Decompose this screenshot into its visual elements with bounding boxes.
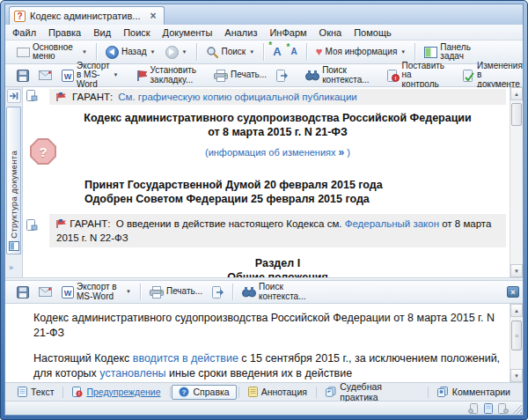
arrow-to-bar-icon [10,92,18,100]
menu-windows[interactable]: Окна [319,27,342,38]
tab-comments[interactable]: Комментарии [430,385,517,400]
menu-view[interactable]: Вид [93,27,111,38]
chevron-down-icon: ▼ [126,289,131,294]
chevron-down-icon: ▼ [150,49,156,55]
envelope-icon [39,70,52,80]
federal-law-link[interactable]: Федеральный закон [345,218,439,229]
set-bookmark-button[interactable]: Установить закладку... [133,64,201,85]
my-information-button[interactable]: ♥ Моя информация ▼ [312,44,410,59]
graphic-copy-link[interactable]: См. графическую копию официальной публик… [118,92,357,102]
bookmark-flag-icon [136,70,148,82]
search-icon [206,46,219,59]
menu-analysis[interactable]: Анализ [224,27,257,38]
font-increase-button[interactable]: *A [269,44,284,59]
status-page-prev-icon[interactable] [468,403,479,414]
tab-text[interactable]: Текст [11,385,61,400]
bottom-paragraph-1: Кодекс административного судопроизводств… [33,311,501,340]
export-document-button[interactable] [273,68,291,84]
established-link[interactable]: установлены [99,367,165,379]
export-document-button[interactable] [209,284,227,300]
binoculars-icon [305,70,319,81]
structure-panel-icon [9,241,19,251]
save-button[interactable] [13,284,33,300]
scrollbar-thumb[interactable] [511,103,522,126]
export-word-button[interactable]: W Экспорт в MS-Word ▼ [58,60,122,91]
tab-reference[interactable]: ? Справка [172,385,236,400]
menu-edit[interactable]: Правка [48,27,81,38]
menu-inpharm[interactable]: ИнФарм [269,27,306,38]
tab-close-icon[interactable]: × [150,10,157,22]
annotation-page-icon [248,387,258,397]
scroll-down-icon[interactable]: ▼ [510,369,523,382]
sidebar-chevron-icon[interactable]: » [9,263,13,272]
document-view[interactable]: ? ГАРАНТ: См. графическую копию официаль… [23,87,510,277]
svg-text:?: ? [182,388,187,396]
bottom-pane: Кодекс административного судопроизводств… [5,304,523,383]
document-changes-button[interactable]: Изменения в документе ▼ [458,60,528,91]
margin-page-icon[interactable] [26,219,38,231]
document-tab-label: Кодекс административ... [30,11,141,21]
menu-search[interactable]: Поиск [123,27,150,38]
font-decrease-button[interactable]: *A [288,46,301,58]
forward-arrow-icon [165,46,179,59]
mail-button[interactable] [35,285,55,298]
set-control-button[interactable]: ! Поставить на контроль [384,60,448,91]
margin-page-icon[interactable] [26,90,38,101]
help-circle-icon: ? [179,387,189,397]
document-tab[interactable]: ? Кодекс административ... × [9,6,165,25]
chevron-down-icon: ▼ [400,49,406,55]
export-word-button[interactable]: W Экспорт в MS-Word ▼ [58,281,135,302]
context-search-button[interactable]: Поиск контекста... [238,281,313,302]
main-area: Структура документа » ? ГАРАНТ: См. граф… [5,87,523,277]
question-octagon-icon[interactable]: ? [30,138,56,165]
changes-info-link[interactable]: (информация об изменениях » ) [49,146,506,158]
menu-help[interactable]: Помощь [354,27,392,38]
heart-icon: ♥ [316,46,323,57]
tab-annotation[interactable]: Аннотация [241,385,314,400]
status-page-icon[interactable] [483,403,494,414]
search-button[interactable]: Поиск ▼ [202,44,259,61]
back-button[interactable]: Назад ▼ [102,44,159,61]
save-icon [17,70,29,82]
section-heading: Раздел I Общие положения [49,256,506,277]
chevron-down-icon: ▼ [249,49,254,55]
printer-icon [214,70,228,82]
ms-word-icon: W [62,70,74,82]
dock-panel-button[interactable] [7,89,21,103]
save-icon [17,286,29,298]
scroll-down-icon[interactable]: ▼ [510,264,523,277]
bottom-scrollbar[interactable]: ▲ ≡ ▼ [510,304,523,382]
scroll-up-icon[interactable]: ▲ [510,304,523,317]
context-search-button[interactable]: Поиск контекста... [302,64,372,85]
svg-text:W: W [64,71,72,80]
bottom-pane-toolbar: W Экспорт в MS-Word ▼ Печать... [5,281,523,304]
bottom-pane-text[interactable]: Кодекс административного судопроизводств… [5,304,510,382]
main-scrollbar[interactable]: ▲ ▼ [510,87,523,277]
enacted-link[interactable]: вводится в действие [133,352,238,365]
status-page-next-icon[interactable] [498,403,509,414]
garant-flag-icon [56,219,67,228]
mail-button[interactable] [35,69,55,82]
printer-icon [150,286,164,298]
resize-grip[interactable] [512,404,522,414]
forward-button[interactable]: ▼ [162,44,191,61]
double-arrow-icon[interactable]: » [339,146,345,158]
title-bar: ? Кодекс административ... × [5,4,523,25]
close-pane-button[interactable]: × [507,286,519,298]
app-window: ? Кодекс административ... × Файл Правка … [0,0,528,420]
status-bar [5,402,523,415]
print-button[interactable]: Печать... [146,284,206,300]
garant-label: ГАРАНТ: [70,218,110,229]
scroll-up-icon[interactable]: ▲ [510,87,523,100]
menu-documents[interactable]: Документы [163,27,213,38]
task-panel-icon [424,47,437,58]
print-button[interactable]: Печать... [210,68,270,84]
scrollbar-thumb[interactable]: ≡ [511,321,522,350]
garant-note-2: ГАРАНТ: О введении в действие настоящего… [49,214,506,247]
menu-file[interactable]: Файл [12,27,36,38]
save-button[interactable] [13,68,33,84]
tab-court-practice[interactable]: Судебная практика [319,385,426,400]
tab-warning[interactable]: ! Предупреждение [65,385,167,400]
chevron-down-icon: ▼ [114,72,119,77]
sidebar-tab-document-structure[interactable]: Структура документа [6,107,21,254]
